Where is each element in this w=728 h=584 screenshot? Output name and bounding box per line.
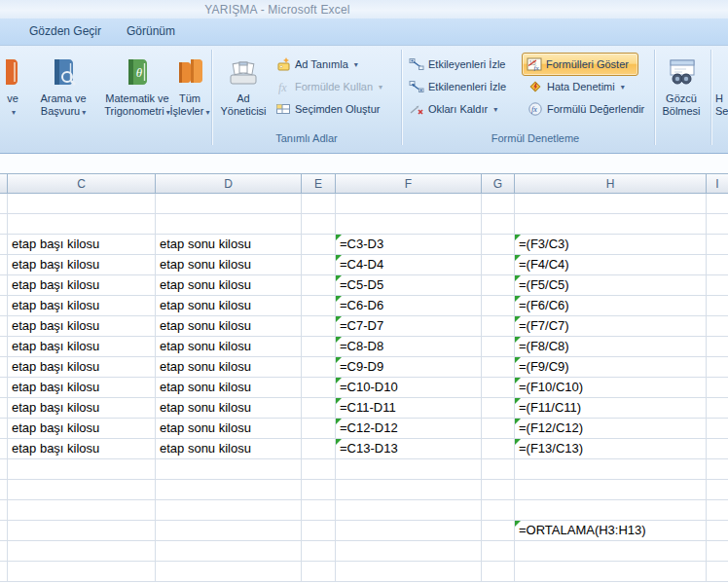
- cell-D15[interactable]: [156, 480, 302, 500]
- cell-H2[interactable]: [515, 214, 707, 235]
- cell-I14[interactable]: [707, 459, 728, 480]
- cell-H17[interactable]: =ORTALAMA(H3:H13): [515, 521, 707, 541]
- cell-B3[interactable]: [0, 235, 8, 255]
- cell-D8[interactable]: etap sonu kilosu: [156, 337, 302, 357]
- cell-E1[interactable]: [302, 194, 336, 214]
- cell-F12[interactable]: =C12-D12: [336, 419, 482, 439]
- cell-H10[interactable]: =(F10/C10): [515, 378, 707, 398]
- cell-C19[interactable]: [8, 562, 156, 582]
- cell-I13[interactable]: [707, 439, 728, 459]
- cell-C13[interactable]: etap başı kilosu: [8, 439, 156, 459]
- cell-G18[interactable]: [482, 541, 515, 562]
- cell-C15[interactable]: [8, 480, 156, 500]
- cell-D16[interactable]: [156, 500, 302, 521]
- cell-D3[interactable]: etap sonu kilosu: [156, 235, 302, 255]
- cell-B16[interactable]: [0, 500, 8, 521]
- cell-D6[interactable]: etap sonu kilosu: [156, 296, 302, 316]
- cell-E7[interactable]: [302, 316, 336, 337]
- cell-E11[interactable]: [302, 398, 336, 419]
- cell-B11[interactable]: [0, 398, 8, 419]
- cell-B6[interactable]: [0, 296, 8, 316]
- cell-C6[interactable]: etap başı kilosu: [8, 296, 156, 316]
- cell-D1[interactable]: [156, 194, 302, 214]
- cell-C12[interactable]: etap başı kilosu: [8, 419, 156, 439]
- cell-G12[interactable]: [482, 419, 515, 439]
- cell-F14[interactable]: [336, 459, 482, 480]
- cell-F10[interactable]: =C10-D10: [336, 378, 482, 398]
- cell-G19[interactable]: [482, 562, 515, 582]
- ribbon-button-error-checking[interactable]: Hata Denetimi ▾: [524, 76, 629, 97]
- cell-B17[interactable]: [0, 521, 8, 541]
- cell-I3[interactable]: [707, 235, 728, 255]
- cell-B18[interactable]: [0, 541, 8, 562]
- cell-C9[interactable]: etap başı kilosu: [8, 357, 156, 378]
- cell-C16[interactable]: [8, 500, 156, 521]
- cell-G11[interactable]: [482, 398, 515, 419]
- cell-B1[interactable]: [0, 194, 8, 214]
- cell-B4[interactable]: [0, 255, 8, 275]
- cell-D11[interactable]: etap sonu kilosu: [156, 398, 302, 419]
- column-header-E[interactable]: E: [302, 173, 336, 194]
- ribbon-button-trace-dependents[interactable]: Etkilenenleri İzle: [405, 76, 510, 97]
- cell-E4[interactable]: [302, 255, 336, 275]
- cell-H15[interactable]: [515, 480, 707, 500]
- cell-H18[interactable]: [515, 541, 707, 562]
- cell-F11[interactable]: =C11-D11: [336, 398, 482, 419]
- cell-C3[interactable]: etap başı kilosu: [8, 235, 156, 255]
- cell-H4[interactable]: =(F4/C4): [515, 255, 707, 275]
- cell-I10[interactable]: [707, 378, 728, 398]
- cell-I7[interactable]: [707, 316, 728, 337]
- ribbon-button-math-trig[interactable]: θ Matematik ve Trigonometri▾: [101, 52, 173, 149]
- cell-B14[interactable]: [0, 459, 8, 480]
- ribbon-button-date-time-cut[interactable]: ve ▾: [0, 52, 25, 149]
- cell-F13[interactable]: =C13-D13: [336, 439, 482, 459]
- cell-F18[interactable]: [336, 541, 482, 562]
- cell-C7[interactable]: etap başı kilosu: [8, 316, 156, 337]
- column-header-F[interactable]: F: [336, 173, 482, 194]
- cell-D7[interactable]: etap sonu kilosu: [156, 316, 302, 337]
- cell-B5[interactable]: [0, 275, 8, 296]
- cell-E16[interactable]: [302, 500, 336, 521]
- cell-F8[interactable]: =C8-D8: [336, 337, 482, 357]
- column-header-D[interactable]: D: [156, 173, 302, 194]
- cell-E18[interactable]: [302, 541, 336, 562]
- cell-G4[interactable]: [482, 255, 515, 275]
- cell-I5[interactable]: [707, 275, 728, 296]
- cell-C14[interactable]: [8, 459, 156, 480]
- cell-G3[interactable]: [482, 235, 515, 255]
- cell-D10[interactable]: etap sonu kilosu: [156, 378, 302, 398]
- ribbon-button-more-functions[interactable]: Tüm İşlevler▾: [165, 52, 214, 149]
- ribbon-button-trace-precedents[interactable]: Etkileyenleri İzle: [405, 54, 509, 75]
- cell-E14[interactable]: [302, 459, 336, 480]
- cell-G5[interactable]: [482, 275, 515, 296]
- cell-H8[interactable]: =(F8/C8): [515, 337, 707, 357]
- cell-G14[interactable]: [482, 459, 515, 480]
- cell-E9[interactable]: [302, 357, 336, 378]
- cell-F15[interactable]: [336, 480, 482, 500]
- cell-H9[interactable]: =(F9/C9): [515, 357, 707, 378]
- cell-I6[interactable]: [707, 296, 728, 316]
- cell-B7[interactable]: [0, 316, 8, 337]
- cell-G8[interactable]: [482, 337, 515, 357]
- cell-I2[interactable]: [707, 214, 728, 235]
- cell-B9[interactable]: [0, 357, 8, 378]
- cell-E19[interactable]: [302, 562, 336, 582]
- cell-B15[interactable]: [0, 480, 8, 500]
- cell-I16[interactable]: [707, 500, 728, 521]
- cell-F1[interactable]: [336, 194, 482, 214]
- cell-F19[interactable]: [336, 562, 482, 582]
- cell-I9[interactable]: [707, 357, 728, 378]
- cell-E12[interactable]: [302, 419, 336, 439]
- cell-B10[interactable]: [0, 378, 8, 398]
- cell-E2[interactable]: [302, 214, 336, 235]
- cell-F6[interactable]: =C6-D6: [336, 296, 482, 316]
- cell-H14[interactable]: [515, 459, 707, 480]
- cell-I19[interactable]: [707, 562, 728, 582]
- column-header-I[interactable]: I: [707, 173, 728, 194]
- cell-I18[interactable]: [707, 541, 728, 562]
- cell-B13[interactable]: [0, 439, 8, 459]
- ribbon-button-cut-right[interactable]: H Se: [715, 52, 728, 149]
- cell-G10[interactable]: [482, 378, 515, 398]
- cell-E3[interactable]: [302, 235, 336, 255]
- cell-H1[interactable]: [515, 194, 707, 214]
